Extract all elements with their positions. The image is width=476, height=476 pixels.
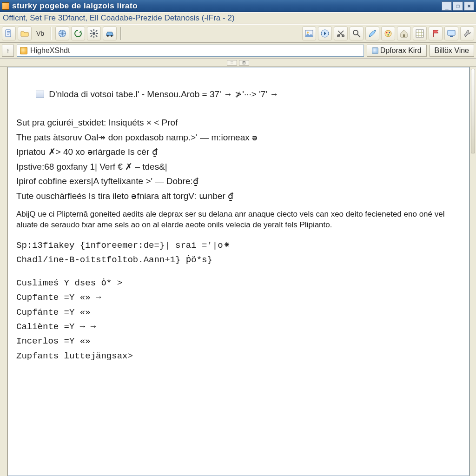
tool-forward-icon[interactable] [318, 26, 332, 40]
svg-point-21 [353, 30, 358, 35]
svg-rect-27 [403, 34, 405, 37]
doc-code-line: Cupfánte =Y «» [16, 306, 461, 319]
svg-point-15 [111, 35, 112, 37]
tool-flag-icon[interactable] [429, 26, 443, 40]
titlebar: sturky pogebe de lalgzois lirato _ ❐ × [0, 0, 476, 12]
svg-line-11 [96, 35, 97, 37]
toolbar-separator [120, 27, 121, 40]
tool-open-icon[interactable] [18, 26, 32, 40]
doc-line: Ipriatou ✗> 40 xo ərlàrgade Is cér ₫ [16, 145, 461, 159]
doc-line: Sut pra gciuréi_stxidet: Insiquéts × < P… [16, 116, 461, 129]
workspace: D'nloda di votsoi tabe.l' - Mensou.Arob … [0, 67, 476, 476]
window-buttons: _ ❐ × [441, 1, 474, 11]
pathbar-button-1[interactable]: Dpforax Kird [367, 45, 427, 57]
tool-wrench-icon[interactable] [460, 26, 474, 40]
tool-car-icon[interactable] [103, 26, 117, 40]
svg-point-17 [307, 32, 309, 33]
doc-paragraph: AbijQ ue ci Plipternâ goneited aedits al… [16, 209, 453, 231]
menubar-text[interactable]: Officnt, Set Fre 3Dfanct, Ell Coadabe-Pr… [3, 13, 235, 23]
svg-point-14 [107, 35, 109, 37]
app-icon [2, 2, 9, 10]
svg-point-26 [388, 34, 389, 36]
ruler-splitter[interactable]: ≣ ⊞ [0, 59, 476, 67]
heading-line: D'nloda di votsoi tabe.l' - Mensou.Arob … [16, 74, 461, 115]
tool-search-icon[interactable] [350, 26, 364, 40]
svg-point-23 [385, 30, 391, 37]
doc-header-icon [36, 91, 44, 98]
svg-line-22 [357, 34, 360, 37]
favicon-icon [20, 47, 27, 54]
doc-line: Tute ouschàrfleés Is tira ileto əfniara … [16, 189, 461, 203]
pathbar-button-2[interactable]: Billöx Vine [430, 45, 474, 57]
doc-code-line: Chadl/ine-B-oitstfoltob.Aann+1} ṗö*s} [16, 253, 461, 267]
menubar[interactable]: Officnt, Set Fre 3Dfanct, Ell Coadabe-Pr… [0, 12, 476, 24]
vertical-scrollbar[interactable] [469, 67, 476, 476]
doc-line: Ipstive:68 goxfany 1| Verf € ✗ – tdes&| [16, 160, 461, 173]
svg-line-10 [91, 30, 92, 32]
toolbar: Vb [0, 24, 476, 43]
address-input[interactable]: HigheXShdt [17, 45, 364, 57]
pathbar-button-2-label: Billöx Vine [435, 46, 469, 55]
minimize-button[interactable]: _ [442, 1, 452, 11]
up-button[interactable]: ↑ [2, 45, 14, 57]
tool-color-icon[interactable] [381, 26, 395, 40]
tool-grid-icon[interactable] [413, 26, 427, 40]
svg-point-25 [389, 32, 390, 33]
doc-code-line: Sp:i3fiakey {inforeemer:de=}| srai ='|o⁕ [16, 239, 461, 252]
svg-rect-3 [7, 34, 9, 34]
svg-rect-1 [7, 31, 10, 32]
tool-cut-icon[interactable] [334, 26, 348, 40]
svg-rect-28 [416, 30, 423, 37]
doc-line-1: D'nloda di votsoi tabe.l' - Mensou.Arob … [49, 89, 278, 99]
svg-rect-30 [448, 30, 455, 35]
doc-code-line: Cupfante =Y «» → [16, 291, 461, 304]
doc-line: The pats àtsoruv Oal↠ don poxdasob namp.… [16, 131, 461, 144]
generic-icon [372, 47, 378, 54]
svg-line-12 [96, 30, 97, 32]
svg-rect-2 [7, 33, 10, 33]
address-value: HigheXShdt [30, 46, 70, 55]
doc-code-line: Caliènte =Y → → [16, 320, 461, 334]
pathbar: ↑ HigheXShdt Dpforax Kird Billöx Vine [0, 43, 476, 59]
tool-gear-icon[interactable] [87, 26, 101, 40]
tool-monitor-icon[interactable] [444, 26, 458, 40]
tool-brush-icon[interactable] [365, 26, 379, 40]
maximize-button[interactable]: ❐ [453, 1, 463, 11]
split-marker[interactable]: ⊞ [239, 60, 249, 66]
toolbar-separator [51, 27, 52, 40]
doc-code-line: Zupfants luttejängsax> [16, 350, 461, 363]
svg-point-5 [93, 32, 95, 35]
tool-new-icon[interactable] [2, 26, 16, 40]
doc-line: Ipirof cobfine exers|A tyftelixante >' —… [16, 174, 461, 188]
svg-line-13 [91, 35, 92, 37]
tool-image-icon[interactable] [302, 26, 316, 40]
split-marker[interactable]: ≣ [227, 60, 237, 66]
tool-home-icon[interactable] [397, 26, 411, 40]
pathbar-button-1-label: Dpforax Kird [380, 46, 422, 55]
doc-code-line: Cuslimeś Y dses ȯ* > [16, 277, 461, 290]
document-view[interactable]: D'nloda di votsoi tabe.l' - Mensou.Arob … [7, 67, 469, 476]
left-gutter [0, 67, 7, 476]
toolbar-vb-label: Vb [33, 30, 47, 37]
svg-point-24 [386, 32, 388, 33]
tool-globe-icon[interactable] [55, 26, 69, 40]
close-button[interactable]: × [464, 1, 474, 11]
tool-refresh-icon[interactable] [71, 26, 85, 40]
svg-rect-31 [450, 36, 453, 37]
doc-code-line: Incerlos =Y «» [16, 335, 461, 348]
window-title: sturky pogebe de lalgzois lirato [12, 1, 441, 11]
svg-rect-0 [6, 30, 11, 37]
